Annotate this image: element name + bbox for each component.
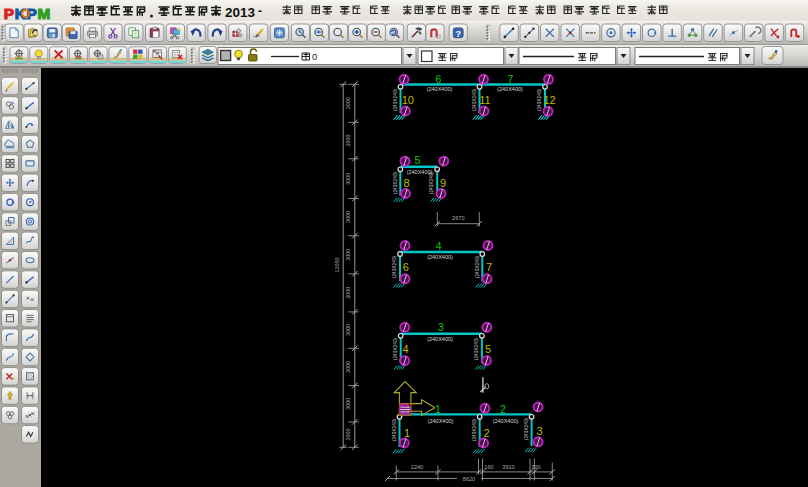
svg-text:8: 8 <box>403 177 409 189</box>
svg-text:3000: 3000 <box>345 97 351 109</box>
svg-text:(240X240): (240X240) <box>472 88 477 111</box>
svg-text:1: 1 <box>435 403 441 415</box>
svg-text:7: 7 <box>508 73 514 85</box>
svg-text:1: 1 <box>404 427 410 439</box>
svg-text:3: 3 <box>438 321 444 333</box>
svg-text:(240X240): (240X240) <box>475 255 480 278</box>
svg-text:300: 300 <box>531 464 540 470</box>
svg-text:10: 10 <box>402 94 414 106</box>
svg-text:2: 2 <box>483 427 489 439</box>
svg-text:0: 0 <box>312 51 317 62</box>
svg-text:160: 160 <box>484 464 493 470</box>
svg-text:3000: 3000 <box>345 211 351 223</box>
svg-text:(240X400): (240X400) <box>427 86 453 92</box>
svg-text:2670: 2670 <box>452 215 464 221</box>
svg-text:P: P <box>4 5 14 21</box>
svg-text:11: 11 <box>479 94 490 106</box>
svg-text:12: 12 <box>543 94 555 106</box>
svg-text:(240X240): (240X240) <box>537 88 542 111</box>
svg-text:3000: 3000 <box>345 173 351 185</box>
svg-text:(240X240): (240X240) <box>393 88 398 111</box>
svg-text:8620: 8620 <box>463 476 475 482</box>
svg-text:(240X400): (240X400) <box>407 169 433 175</box>
svg-text:6: 6 <box>403 261 409 273</box>
svg-text:6: 6 <box>436 73 442 85</box>
svg-text:(240X240): (240X240) <box>474 337 479 360</box>
svg-text:3000: 3000 <box>345 287 351 299</box>
svg-text:(240X400): (240X400) <box>427 336 453 342</box>
svg-text:(240X240): (240X240) <box>392 255 397 278</box>
svg-text:(240X240): (240X240) <box>524 417 529 440</box>
svg-text:5: 5 <box>485 343 491 355</box>
svg-text:3000: 3000 <box>345 361 351 373</box>
svg-text:4: 4 <box>402 343 408 355</box>
svg-text:3910: 3910 <box>502 464 514 470</box>
svg-text:2240: 2240 <box>411 464 423 470</box>
svg-text:K: K <box>15 5 26 21</box>
svg-text:(240X400): (240X400) <box>427 254 453 260</box>
svg-text:?: ? <box>455 29 461 39</box>
svg-text:4: 4 <box>436 240 442 252</box>
svg-text:2: 2 <box>500 403 506 415</box>
svg-text:(240X240): (240X240) <box>392 418 397 441</box>
svg-text:3000: 3000 <box>345 135 351 147</box>
svg-text:(240X400): (240X400) <box>493 418 519 424</box>
svg-text:3000: 3000 <box>345 249 351 261</box>
svg-text:9: 9 <box>440 177 446 189</box>
svg-text:2000: 2000 <box>345 429 351 441</box>
svg-text:2013: 2013 <box>225 5 256 20</box>
svg-text:3000: 3000 <box>345 398 351 410</box>
svg-text:3000: 3000 <box>345 324 351 336</box>
svg-text:(240X240): (240X240) <box>393 337 398 360</box>
svg-text:(240X400): (240X400) <box>497 86 523 92</box>
svg-text:3: 3 <box>536 425 542 437</box>
svg-text:12000: 12000 <box>334 258 340 273</box>
svg-text:(240X240): (240X240) <box>393 171 398 194</box>
svg-text:7: 7 <box>486 261 492 273</box>
svg-text:(240X400): (240X400) <box>428 418 454 424</box>
svg-text:5: 5 <box>415 154 421 166</box>
svg-text:-: - <box>258 4 262 18</box>
svg-text:M: M <box>38 5 51 21</box>
svg-text:(240X240): (240X240) <box>472 418 477 441</box>
